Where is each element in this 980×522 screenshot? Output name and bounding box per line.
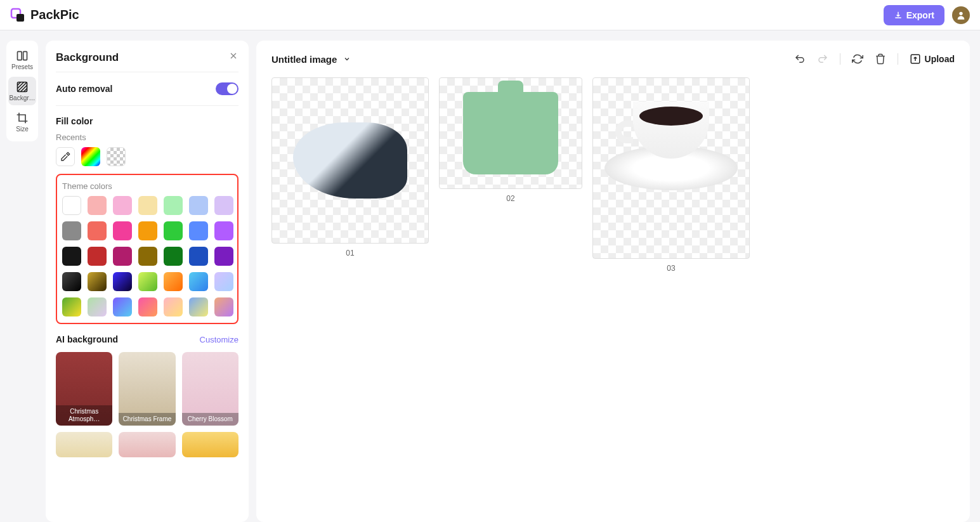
tool-size[interactable]: Size	[8, 108, 36, 136]
theme-color-swatch[interactable]	[113, 247, 132, 266]
redo-icon	[817, 53, 828, 65]
image-item-3[interactable]: 03	[592, 77, 750, 273]
theme-color-swatch[interactable]	[113, 196, 132, 215]
theme-color-swatch[interactable]	[88, 297, 107, 316]
theme-color-swatch[interactable]	[214, 247, 233, 266]
recents-label: Recents	[56, 133, 238, 142]
theme-color-swatch[interactable]	[164, 221, 183, 240]
tool-presets-label: Presets	[11, 63, 33, 70]
document-title-dropdown[interactable]: Untitled image	[271, 54, 351, 65]
theme-color-swatch[interactable]	[62, 272, 81, 291]
auto-removal-label: Auto removal	[56, 84, 112, 94]
ai-bg-item[interactable]	[119, 432, 175, 457]
image-label: 02	[506, 194, 514, 203]
theme-color-swatch[interactable]	[138, 196, 157, 215]
theme-color-swatch[interactable]	[189, 272, 208, 291]
theme-color-swatch[interactable]	[113, 221, 132, 240]
download-icon	[894, 11, 903, 20]
theme-color-swatch[interactable]	[164, 247, 183, 266]
ai-background-label: AI background	[56, 334, 118, 344]
theme-color-swatch[interactable]	[88, 196, 107, 215]
theme-color-swatch[interactable]	[214, 196, 233, 215]
tool-rail: Presets Backgr… Size	[6, 41, 38, 141]
theme-color-swatch[interactable]	[214, 297, 233, 316]
theme-color-swatch[interactable]	[138, 272, 157, 291]
background-panel: Background Auto removal Fill color Recen…	[46, 41, 249, 522]
auto-removal-toggle[interactable]	[216, 82, 238, 95]
image-item-1[interactable]: 01	[271, 77, 429, 258]
theme-colors-label: Theme colors	[62, 181, 232, 191]
theme-color-swatch[interactable]	[214, 221, 233, 240]
theme-color-swatch[interactable]	[62, 247, 81, 266]
theme-color-swatch[interactable]	[88, 221, 107, 240]
cup-graphic	[604, 146, 738, 190]
theme-color-swatch[interactable]	[164, 196, 183, 215]
image-thumbnail	[271, 77, 429, 244]
theme-colors-box: Theme colors	[56, 174, 238, 324]
theme-color-swatch[interactable]	[138, 221, 157, 240]
theme-color-swatch[interactable]	[62, 221, 81, 240]
eyedropper-icon	[60, 152, 70, 162]
export-label: Export	[906, 10, 934, 20]
refresh-button[interactable]	[852, 53, 863, 65]
theme-color-swatch[interactable]	[189, 196, 208, 215]
logo-icon	[10, 8, 25, 23]
theme-color-swatch[interactable]	[62, 297, 81, 316]
upload-icon	[910, 53, 921, 65]
theme-color-swatch[interactable]	[88, 272, 107, 291]
theme-color-swatch[interactable]	[62, 196, 81, 215]
app-logo: PackPic	[10, 8, 79, 23]
divider	[840, 53, 840, 65]
close-icon	[228, 51, 238, 61]
theme-color-swatch[interactable]	[189, 247, 208, 266]
ai-bg-item[interactable]	[56, 432, 112, 457]
theme-color-swatch[interactable]	[189, 221, 208, 240]
shirt-graphic	[463, 92, 558, 174]
avatar[interactable]	[952, 6, 970, 24]
image-label: 03	[667, 264, 675, 273]
image-thumbnail	[439, 77, 582, 189]
user-icon	[956, 10, 966, 20]
ai-bg-item[interactable]	[182, 432, 238, 457]
theme-color-swatch[interactable]	[138, 247, 157, 266]
chevron-down-icon	[343, 55, 351, 63]
theme-color-swatch[interactable]	[138, 297, 157, 316]
image-label: 01	[346, 249, 354, 258]
svg-point-2	[959, 11, 962, 15]
theme-color-swatch[interactable]	[164, 272, 183, 291]
transparent-swatch[interactable]	[107, 147, 126, 166]
image-thumbnail	[592, 77, 750, 259]
undo-button[interactable]	[794, 53, 806, 65]
theme-color-swatch[interactable]	[164, 297, 183, 316]
divider	[898, 53, 898, 65]
image-item-2[interactable]: 02	[439, 77, 582, 203]
svg-rect-3	[18, 51, 22, 60]
canvas-area: Untitled image Upload	[256, 41, 970, 522]
customize-link[interactable]: Customize	[200, 335, 238, 344]
delete-button[interactable]	[875, 53, 886, 65]
svg-rect-1	[16, 14, 24, 22]
export-button[interactable]: Export	[884, 5, 944, 25]
shoe-graphic	[293, 122, 407, 199]
fill-color-label: Fill color	[56, 116, 238, 126]
theme-color-swatch[interactable]	[214, 272, 233, 291]
color-picker-button[interactable]	[81, 147, 100, 166]
theme-color-swatch[interactable]	[88, 247, 107, 266]
ai-bg-cherry-blossom[interactable]: Cherry Blossom	[182, 352, 238, 426]
theme-color-swatch[interactable]	[113, 297, 132, 316]
tool-background-label: Backgr…	[9, 95, 35, 101]
theme-color-swatch[interactable]	[113, 272, 132, 291]
close-panel-button[interactable]	[228, 51, 238, 64]
app-header: PackPic Export	[0, 0, 980, 30]
tool-background[interactable]: Backgr…	[8, 77, 36, 105]
tool-presets[interactable]: Presets	[8, 46, 36, 74]
undo-icon	[794, 53, 806, 65]
presets-icon	[16, 49, 29, 62]
eyedropper-button[interactable]	[56, 147, 75, 166]
ai-bg-christmas-atmosphere[interactable]: Christmas Atmosph…	[56, 352, 112, 426]
refresh-icon	[852, 53, 863, 65]
theme-color-swatch[interactable]	[189, 297, 208, 316]
ai-bg-christmas-frame[interactable]: Christmas Frame	[119, 352, 175, 426]
upload-button[interactable]: Upload	[910, 53, 955, 65]
crop-icon	[16, 112, 29, 124]
